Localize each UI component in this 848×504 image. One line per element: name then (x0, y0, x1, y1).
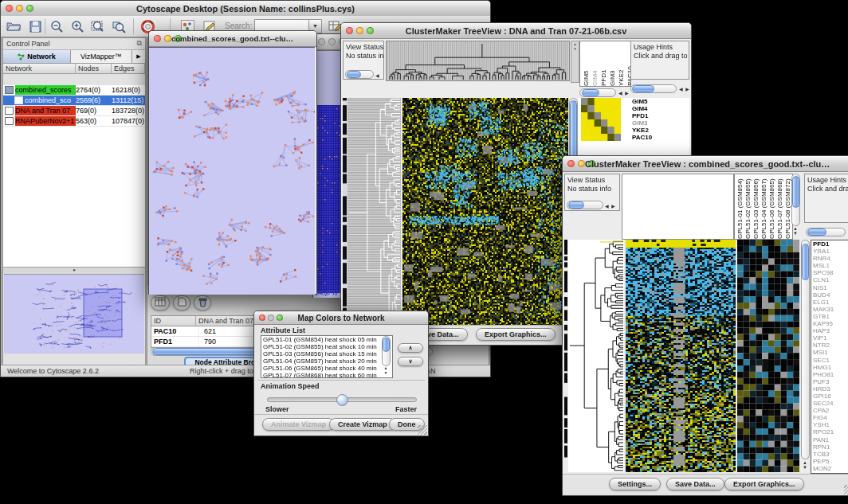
gene-list-item[interactable]: MON2 (811, 465, 848, 472)
network-overview[interactable] (4, 274, 144, 354)
network-table-row[interactable]: DNA and Tran 07769(0)183728(0) (3, 106, 145, 116)
network-canvas[interactable] (149, 47, 315, 295)
tv2-labels-scrollbar[interactable] (791, 174, 800, 226)
tv1-column-dendrogram[interactable] (386, 41, 570, 81)
tv1-zoom-matrix[interactable] (581, 98, 621, 141)
gene-list-item[interactable]: RPO21 (811, 428, 848, 436)
gene-list-item[interactable]: BUD4 (811, 291, 848, 299)
gene-list-item[interactable]: YRA1 (811, 248, 848, 255)
resize-grip[interactable] (844, 485, 848, 494)
zoom-region-icon[interactable] (109, 18, 128, 35)
treeview1-titlebar[interactable]: ClusterMaker TreeView : DNA and Tran 07-… (341, 23, 691, 39)
gene-list-item[interactable]: GTB1 (811, 313, 848, 320)
scroll-arrows[interactable]: ◀ ▶ (375, 72, 383, 80)
attribute-list-item[interactable]: GPL51-01 (GSM854) heat shock 05 min (261, 336, 392, 343)
gene-list-item[interactable]: CLN1 (811, 276, 848, 283)
delete-attribute-icon[interactable] (194, 295, 211, 311)
gene-list-item[interactable]: NTR2 (811, 342, 848, 349)
tv1-row-dendrogram[interactable] (343, 98, 401, 326)
animation-speed-slider[interactable] (267, 397, 417, 402)
dialog-titlebar[interactable]: Map Colors to Network (254, 311, 428, 325)
scroll-arrows[interactable]: ◀ ▶ (679, 86, 690, 92)
scroll-arrows[interactable]: ▲▼ (793, 226, 799, 236)
tv1-labels-scrollbar[interactable] (579, 88, 616, 97)
gene-list-item[interactable]: VIP1 (811, 334, 848, 342)
gene-list-item[interactable]: FIG4 (811, 414, 848, 421)
tv2-heatmap[interactable] (626, 240, 736, 472)
gene-list-item[interactable]: MSL1 (811, 262, 848, 269)
tab-overflow-arrow[interactable]: ▶ (132, 50, 145, 63)
attribute-list-scrollbar[interactable] (382, 336, 391, 366)
main-titlebar[interactable]: Cytoscape Desktop (Session Name: collins… (1, 1, 490, 17)
save-data-button[interactable]: Save Data... (666, 478, 724, 490)
gene-list-item[interactable]: PFD1 (811, 240, 848, 248)
gene-list-item[interactable]: PEP5 (811, 458, 848, 465)
save-icon[interactable] (26, 18, 45, 35)
tab-vizmapper[interactable]: VizMapper™ (71, 50, 132, 63)
network-table-row[interactable]: RNAPuberNov2+1563(0)107847(0) (3, 116, 145, 127)
gene-list-item[interactable]: PHO81 (811, 371, 848, 378)
gene-list-item[interactable]: SEC24 (811, 400, 848, 407)
move-up-button[interactable]: ∧ (398, 343, 423, 353)
attribute-list-item[interactable]: GPL51-06 (GSM865) heat shock 40 min (261, 365, 392, 372)
gene-list-item[interactable]: PAN1 (811, 436, 848, 443)
tv1-status-scrollbar[interactable] (345, 70, 374, 79)
gene-list-item[interactable]: KAP95 (811, 320, 848, 327)
attribute-list-item[interactable]: GPL51-04 (GSM857) heat shock 20 min (261, 357, 392, 365)
network-table-row[interactable]: combined_scores2764(0)16218(0) (3, 85, 145, 96)
tv2-zoom-heatmap[interactable] (737, 240, 799, 472)
open-icon[interactable] (4, 18, 23, 35)
scroll-arrows[interactable]: ◀ ▶ (618, 90, 630, 96)
slider-thumb[interactable] (336, 394, 348, 406)
settings-button[interactable]: Settings... (609, 478, 661, 490)
gene-list-item[interactable]: HAP3 (811, 327, 848, 334)
export-graphics-button[interactable]: Export Graphics... (476, 328, 556, 341)
export-graphics-button[interactable]: Export Graphics... (724, 478, 804, 490)
resize-grip[interactable] (418, 425, 427, 435)
zoom-fit-icon[interactable] (88, 18, 108, 35)
tv2-vscrollbar[interactable] (801, 240, 810, 459)
scroll-arrows[interactable]: ◀ ▶ (605, 202, 616, 211)
minimize-icon[interactable] (328, 38, 336, 45)
network-window-titlebar[interactable]: combined_scores_good.txt--cluste... (149, 31, 316, 47)
scroll-arrows[interactable]: ▲▼ (384, 365, 389, 375)
attribute-list-item[interactable]: GPL51-02 (GSM855) heat shock 10 min (261, 343, 392, 350)
gene-list-item[interactable]: RPN1 (811, 443, 848, 451)
treeview2-titlebar[interactable]: ClusterMaker TreeView : combined_scores_… (563, 156, 848, 172)
tab-network[interactable]: Network (3, 50, 71, 63)
gene-list-item[interactable]: GPI16 (811, 393, 848, 400)
close-icon[interactable] (318, 38, 325, 45)
gene-list-item[interactable]: SPC98 (811, 269, 848, 276)
gene-list-item[interactable]: MSI1 (811, 349, 848, 356)
gene-list-item[interactable]: PUF3 (811, 378, 848, 385)
gene-list-item[interactable]: SEC1 (811, 357, 848, 364)
attribute-list-item[interactable]: GPL51-07 (GSM868) heat shock 60 min (261, 372, 392, 378)
panel-splitter[interactable]: ● (3, 268, 145, 274)
network-table-row[interactable]: combined_sco2569(6)13112(15) (3, 96, 145, 106)
tv2-row-dendrogram[interactable] (568, 240, 624, 472)
create-attribute-icon[interactable] (173, 295, 190, 311)
create-vizmap-button[interactable]: Create Vizmap (329, 418, 396, 431)
attribute-list[interactable]: GPL51-01 (GSM854) heat shock 05 minGPL51… (261, 335, 393, 378)
zoom-in-icon[interactable] (68, 18, 87, 35)
attribute-list-item[interactable]: GPL51-03 (GSM856) heat shock 15 min (261, 350, 392, 357)
gene-list-item[interactable]: CPA2 (811, 407, 848, 414)
tv2-hints-scrollbar[interactable] (806, 228, 846, 236)
gene-list-item[interactable]: HMG1 (811, 364, 848, 371)
tv1-hints-scrollbar[interactable] (630, 84, 677, 93)
move-down-button[interactable]: ∨ (398, 357, 423, 366)
gene-list-item[interactable]: MAK31 (811, 306, 848, 313)
zoom-out-icon[interactable] (47, 18, 66, 35)
gene-list-item[interactable]: NIS1 (811, 284, 848, 291)
gene-list-item[interactable]: TCB3 (811, 451, 848, 458)
tv1-heatmap[interactable] (402, 98, 568, 326)
gene-list-item[interactable]: HRD3 (811, 385, 848, 393)
gene-list-item[interactable]: ELG1 (811, 299, 848, 306)
animate-vizmap-button[interactable]: Animate Vizmap (262, 418, 335, 431)
tv2-gene-list[interactable]: PFD1YRA1RNR4MSL1SPC98CLN1NIS1BUD4ELG1MAK… (811, 240, 848, 474)
tv2-status-scrollbar[interactable] (567, 201, 603, 209)
gene-list-item[interactable]: YSH1 (811, 421, 848, 428)
gene-list-item[interactable]: RNR4 (811, 255, 848, 262)
scroll-arrows[interactable]: ▲▼ (803, 460, 808, 470)
float-panel-icon[interactable]: ⧉ (137, 39, 142, 48)
